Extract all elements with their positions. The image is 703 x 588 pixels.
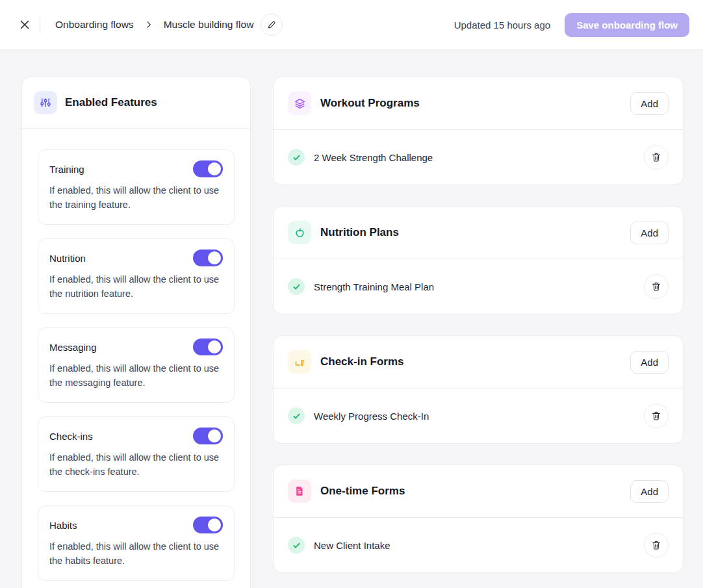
layers-icon [288, 92, 311, 115]
check-icon [288, 149, 305, 166]
check-icon [288, 278, 305, 295]
breadcrumb: Onboarding flows Muscle building flow [55, 19, 253, 31]
item-label: Weekly Progress Check-In [314, 411, 429, 422]
section-title: One-time Forms [320, 485, 405, 498]
nutrition-plans-card: Nutrition Plans Add Strength Training Me… [273, 206, 684, 314]
list-item: 2 Week Strength Challenge [274, 130, 683, 185]
add-workout-program-button[interactable]: Add [630, 92, 669, 115]
enabled-features-header: Enabled Features [22, 77, 250, 129]
item-label: 2 Week Strength Challenge [314, 152, 433, 163]
feature-description: If enabled, this will allow the client t… [49, 362, 223, 390]
delete-item-button[interactable] [644, 145, 669, 170]
habits-toggle[interactable] [193, 517, 223, 533]
breadcrumb-onboarding-flows[interactable]: Onboarding flows [55, 19, 134, 31]
nutrition-toggle[interactable] [193, 249, 223, 266]
check-in-forms-card: Check-in Forms Add Weekly Progress Check… [273, 335, 684, 444]
edit-flow-name-button[interactable] [261, 14, 283, 36]
feature-description: If enabled, this will allow the client t… [49, 273, 223, 301]
training-toggle[interactable] [193, 160, 223, 177]
close-icon [19, 19, 30, 30]
toggle-knob [208, 429, 221, 442]
section-title: Check-in Forms [320, 355, 403, 368]
toggle-knob [208, 340, 221, 353]
list-item: New Client Intake [274, 518, 683, 572]
list-item: Weekly Progress Check-In [274, 389, 683, 443]
item-label: Strength Training Meal Plan [314, 281, 434, 292]
feature-card-messaging: Messaging If enabled, this will allow th… [38, 327, 235, 403]
feature-label: Messaging [49, 342, 97, 353]
delete-item-button[interactable] [644, 403, 669, 428]
bar-chart-pencil-icon [288, 350, 311, 374]
pencil-icon [267, 20, 277, 30]
trash-icon [651, 411, 661, 421]
feature-label: Check-ins [49, 431, 93, 442]
workout-programs-card: Workout Programs Add 2 Week Strength Cha… [273, 77, 684, 185]
workout-programs-header: Workout Programs Add [274, 77, 683, 130]
check-icon [288, 407, 305, 424]
trash-icon [651, 152, 661, 162]
trash-icon [651, 540, 661, 550]
list-item: Strength Training Meal Plan [274, 259, 683, 314]
breadcrumb-current-flow: Muscle building flow [164, 19, 254, 31]
one-time-forms-header: One-time Forms Add [274, 465, 683, 518]
enabled-features-panel: Enabled Features Training If enabled, th… [21, 77, 251, 588]
topbar-divider [40, 16, 40, 33]
feature-description: If enabled, this will allow the client t… [49, 451, 223, 479]
close-button[interactable] [14, 14, 36, 36]
save-onboarding-flow-button[interactable]: Save onboarding flow [565, 13, 689, 37]
section-title: Nutrition Plans [320, 226, 399, 239]
sliders-icon [34, 91, 57, 114]
apple-icon [288, 221, 311, 244]
toggle-knob [208, 518, 221, 531]
document-icon [288, 479, 311, 503]
updated-timestamp: Updated 15 hours ago [454, 19, 550, 31]
item-label: New Client Intake [314, 540, 390, 551]
delete-item-button[interactable] [644, 533, 669, 557]
check-in-forms-header: Check-in Forms Add [274, 336, 683, 389]
feature-label: Habits [49, 520, 77, 531]
section-title: Workout Programs [320, 97, 420, 110]
feature-card-nutrition: Nutrition If enabled, this will allow th… [38, 238, 235, 314]
feature-label: Training [49, 164, 84, 175]
one-time-forms-card: One-time Forms Add New Client Intake [273, 465, 684, 573]
add-one-time-form-button[interactable]: Add [630, 480, 669, 503]
trash-icon [651, 281, 661, 292]
feature-description: If enabled, this will allow the client t… [49, 184, 223, 212]
feature-card-check-ins: Check-ins If enabled, this will allow th… [38, 416, 235, 492]
check-icon [288, 537, 305, 554]
messaging-toggle[interactable] [193, 339, 223, 355]
chevron-right-icon [145, 21, 153, 29]
feature-description: If enabled, this will allow the client t… [49, 540, 223, 568]
enabled-features-title: Enabled Features [65, 96, 157, 109]
toggle-knob [208, 162, 221, 175]
add-check-in-form-button[interactable]: Add [630, 351, 669, 374]
feature-card-habits: Habits If enabled, this will allow the c… [38, 505, 235, 581]
feature-card-training: Training If enabled, this will allow the… [38, 149, 235, 225]
sections-column: Workout Programs Add 2 Week Strength Cha… [273, 77, 684, 573]
main-content: Enabled Features Training If enabled, th… [0, 50, 703, 588]
toggle-knob [208, 251, 221, 264]
top-bar: Onboarding flows Muscle building flow Up… [0, 0, 703, 50]
delete-item-button[interactable] [644, 274, 669, 299]
check-ins-toggle[interactable] [193, 428, 223, 444]
enabled-features-list: Training If enabled, this will allow the… [22, 129, 250, 588]
feature-label: Nutrition [49, 253, 86, 264]
add-nutrition-plan-button[interactable]: Add [630, 222, 669, 244]
topbar-right: Updated 15 hours ago Save onboarding flo… [454, 13, 689, 37]
nutrition-plans-header: Nutrition Plans Add [274, 207, 683, 259]
